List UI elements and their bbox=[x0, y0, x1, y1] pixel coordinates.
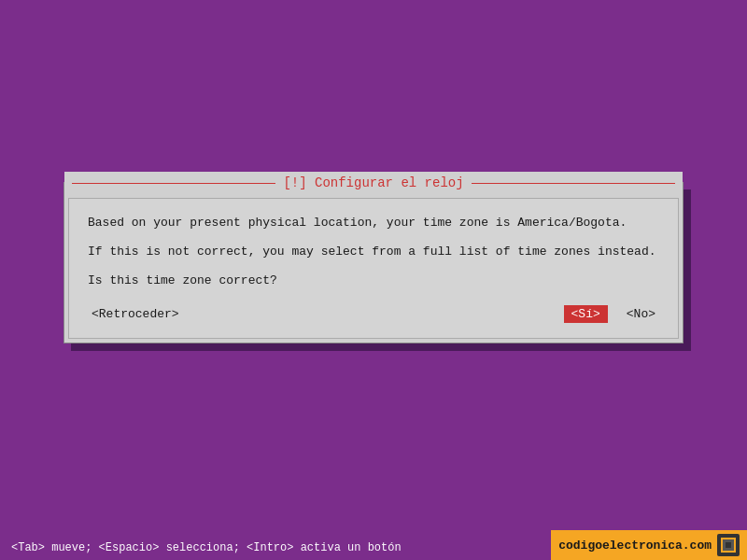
chip-icon bbox=[717, 534, 740, 556]
dialog-buttons: <Retroceder> <Sí> <No> bbox=[88, 305, 659, 323]
watermark-text: codigoelectronica.com bbox=[558, 539, 712, 553]
line2: If this is not correct, you may select f… bbox=[88, 243, 659, 262]
si-button[interactable]: <Sí> bbox=[564, 305, 608, 323]
line3: Is this time zone correct? bbox=[88, 272, 659, 291]
dialog-body: Based on your present physical location,… bbox=[88, 214, 659, 290]
dialog-content: Based on your present physical location,… bbox=[68, 198, 679, 339]
btn-group-right: <Sí> <No> bbox=[564, 305, 655, 323]
title-line-left bbox=[72, 183, 275, 184]
no-button[interactable]: <No> bbox=[627, 307, 655, 321]
line1: Based on your present physical location,… bbox=[88, 214, 659, 233]
title-line-right bbox=[472, 183, 675, 184]
dialog: [!] Configurar el reloj Based on your pr… bbox=[63, 182, 684, 343]
dialog-title: [!] Configurar el reloj bbox=[275, 175, 471, 190]
screen: [!] Configurar el reloj Based on your pr… bbox=[0, 0, 747, 560]
watermark: codigoelectronica.com bbox=[551, 530, 747, 560]
chip-inner bbox=[721, 538, 736, 553]
dialog-title-bar: [!] Configurar el reloj bbox=[64, 172, 683, 194]
back-button[interactable]: <Retroceder> bbox=[92, 307, 179, 321]
dialog-wrapper: [!] Configurar el reloj Based on your pr… bbox=[63, 182, 684, 343]
status-text: <Tab> mueve; <Espacio> selecciona; <Intr… bbox=[11, 541, 402, 554]
